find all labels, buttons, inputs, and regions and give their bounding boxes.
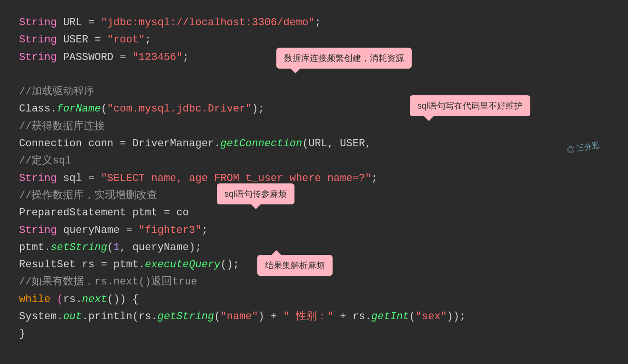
code-line-7: //获得数据库连接 [19,118,609,135]
code-line-17: while (rs.next()) { [19,291,609,308]
code-line-13: String queryName = "fighter3"; [19,222,609,239]
code-line-11: //操作数据库，实现增删改查 [19,187,609,204]
callout-frequent-connection: 数据库连接频繁创建，消耗资源 [276,48,412,69]
callout2-text: sql语句写在代码里不好维护 [417,101,523,111]
callout-resultset: 结果集解析麻烦 [257,255,333,276]
code-line-12: PreparedStatement ptmt = co [19,204,609,222]
callout1-text: 数据库连接频繁创建，消耗资源 [284,53,404,63]
code-line-19: } [19,325,609,343]
callout-sql-maintainability: sql语句写在代码里不好维护 [410,95,530,116]
callout4-text: 结果集解析麻烦 [265,261,325,270]
callout3-text: sql语句传参麻烦 [224,189,287,199]
code-line-2: String USER = "root"; [19,31,609,49]
code-line-14: ptmt.setString(1, queryName); [19,239,609,256]
callout-sql-params: sql语句传参麻烦 [217,183,294,204]
code-line-1: String URL = "jdbc:mysql://localhost:330… [19,14,609,31]
code-line-10: String sql = "SELECT name, age FROM t_us… [19,170,609,187]
code-line-18: System.out.println(rs.getString("name") … [19,308,609,325]
code-line-8: Connection conn = DriverManager.getConne… [19,135,609,152]
code-line-4 [19,66,609,83]
code-line-9: //定义sql [19,152,609,170]
code-container: String URL = "jdbc:mysql://localhost:330… [0,0,628,364]
code-line-16: //如果有数据，rs.next()返回true [19,273,609,291]
